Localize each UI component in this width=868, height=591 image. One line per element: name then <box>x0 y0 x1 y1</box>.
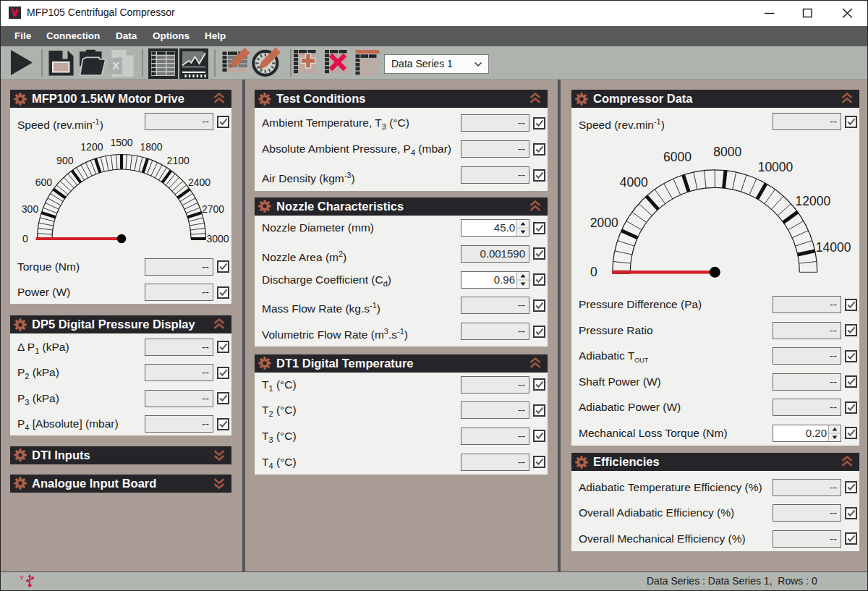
svg-text:12000: 12000 <box>795 194 830 208</box>
svg-text:0: 0 <box>590 265 597 279</box>
svg-text:2400: 2400 <box>188 177 210 188</box>
svg-text:600: 600 <box>35 177 53 188</box>
svg-text:1200: 1200 <box>80 141 103 153</box>
svg-text:2100: 2100 <box>167 155 190 166</box>
svg-text:1500: 1500 <box>110 137 132 148</box>
svg-text:10000: 10000 <box>758 160 793 174</box>
svg-text:2700: 2700 <box>202 203 224 215</box>
svg-text:X: X <box>112 60 119 72</box>
svg-text:8000: 8000 <box>713 145 741 159</box>
svg-text:2000: 2000 <box>590 216 618 230</box>
svg-text:300: 300 <box>22 203 39 215</box>
svg-text:14000: 14000 <box>816 240 851 255</box>
svg-text:v: v <box>20 574 25 582</box>
svg-text:4000: 4000 <box>620 175 648 190</box>
svg-text:1800: 1800 <box>140 141 163 153</box>
svg-text:3000: 3000 <box>206 233 229 245</box>
svg-text:0: 0 <box>22 233 28 245</box>
svg-text:6000: 6000 <box>663 150 692 164</box>
svg-text:900: 900 <box>56 155 74 166</box>
